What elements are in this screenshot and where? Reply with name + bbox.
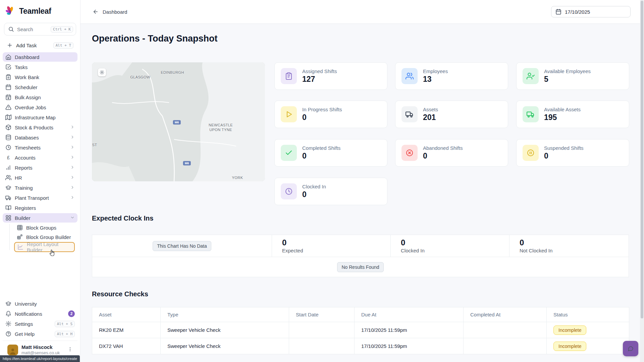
chevron-down-icon xyxy=(70,215,75,221)
stat-label: In Progress Shifts xyxy=(302,106,342,113)
sidebar-item-hr[interactable]: HR xyxy=(3,173,77,182)
back-button[interactable] xyxy=(93,9,99,15)
stat-value: 0 xyxy=(302,152,340,161)
sidebar-item-label: Registers xyxy=(15,205,36,211)
scrollbar-thumb[interactable] xyxy=(641,1,643,318)
sidebar-item-builder[interactable]: Builder xyxy=(3,213,77,223)
breadcrumb[interactable]: Dashboard xyxy=(103,9,127,15)
teamleaf-logo-icon xyxy=(5,5,16,17)
sidebar-item-dashboard[interactable]: Dashboard xyxy=(3,52,77,62)
column-header[interactable]: Type xyxy=(161,307,289,322)
stat-label: Abandoned Shifts xyxy=(423,145,463,152)
column-header[interactable]: Start Date xyxy=(289,307,355,322)
date-picker[interactable]: 17/10/2025 xyxy=(551,6,631,17)
sidebar-item-training[interactable]: Training xyxy=(3,183,77,192)
stat-label: Clocked In xyxy=(401,248,509,253)
sidebar-item-label: Overdue Jobs xyxy=(15,105,46,110)
map-label: GLASGOW xyxy=(130,75,150,80)
stat-label: Expected xyxy=(282,248,390,253)
sidebar-item-stock-products[interactable]: Stock & Products xyxy=(3,123,77,132)
sidebar-item-label: Settings xyxy=(15,321,33,327)
sidebar-item-bulk-assign[interactable]: Bulk Assign xyxy=(3,93,77,102)
pause-circle-icon xyxy=(523,145,539,161)
table-row[interactable]: RK20 EZM Sweeper Vehicle Check 17/10/202… xyxy=(92,322,629,338)
chevron-right-icon xyxy=(70,165,75,171)
map-settings-button[interactable] xyxy=(98,68,106,76)
sidebar-item-university[interactable]: University xyxy=(3,299,77,308)
map-label: NEWCASTLE UPON TYNE xyxy=(209,123,233,132)
arrow-left-icon xyxy=(93,9,99,15)
section-title-expected-clock-ins: Expected Clock Ins xyxy=(92,215,153,222)
cell-completed-at xyxy=(464,322,547,338)
person-icon xyxy=(9,347,17,355)
gear-icon xyxy=(99,69,105,75)
column-header[interactable]: Completed At xyxy=(464,307,547,322)
sidebar-item-notifications[interactable]: Notifications 2 xyxy=(3,309,77,318)
sidebar-item-label: Training xyxy=(15,185,33,191)
expected-clock-ins-panel: This Chart Has No Data 0 Expected 0 Cloc… xyxy=(92,235,629,277)
map-widget[interactable]: GLASGOW EDINBURGH NEWCASTLE UPON TYNE YO… xyxy=(92,62,265,181)
bell-icon xyxy=(5,311,11,317)
sidebar-item-report-layout-builder[interactable]: Report Layout Builder xyxy=(14,242,75,252)
clock-ins-stat-clocked-in: 0 Clocked In xyxy=(390,235,509,257)
sidebar-item-label: University xyxy=(15,301,37,307)
sidebar-item-label: Dashboard xyxy=(15,54,39,60)
avatar xyxy=(7,345,18,355)
cell-start-date xyxy=(289,322,355,338)
date-value: 17/10/2025 xyxy=(565,9,590,15)
stat-label: Clocked In xyxy=(302,183,326,190)
topbar: Dashboard 17/10/2025 xyxy=(80,0,644,24)
calendar-icon xyxy=(555,9,561,15)
sidebar-item-settings[interactable]: Settings Alt + S xyxy=(3,319,77,328)
sidebar-item-get-help[interactable]: Get Help Alt + H xyxy=(3,329,77,339)
database-icon xyxy=(5,134,11,140)
sidebar-item-overdue-jobs[interactable]: Overdue Jobs xyxy=(3,103,77,112)
user-name: Matt Hiscock xyxy=(21,344,60,350)
check-square-icon xyxy=(5,64,11,70)
sidebar-item-timesheets[interactable]: Timesheets xyxy=(3,143,77,152)
sidebar-item-scheduler[interactable]: Scheduler xyxy=(3,82,77,92)
sidebar-item-block-group-builder[interactable]: Block Group Builder xyxy=(14,233,75,241)
stat-card-completed-shifts: Completed Shifts 0 xyxy=(274,139,387,167)
user-menu-dots-icon[interactable] xyxy=(67,347,73,353)
chevron-right-icon xyxy=(70,145,75,150)
sidebar-item-tasks[interactable]: Tasks xyxy=(3,62,77,72)
sidebar-item-databases[interactable]: Databases xyxy=(3,133,77,142)
no-results-badge: No Results Found xyxy=(337,262,383,272)
search-input[interactable]: Search Ctrl + K xyxy=(4,23,76,36)
sidebar-item-infrastructure-map[interactable]: Infrastructure Map xyxy=(3,113,77,122)
calendar-icon xyxy=(5,84,11,90)
sidebar-item-plant-transport[interactable]: Plant Transport xyxy=(3,193,77,202)
clipboard-icon xyxy=(281,68,297,84)
stat-label: Available Assets xyxy=(544,106,581,113)
sidebar-item-block-groups[interactable]: Block Groups xyxy=(14,223,75,232)
column-header[interactable]: Asset xyxy=(92,307,161,322)
motorway-badge: M6 xyxy=(173,120,181,125)
map-label: EDINBURGH xyxy=(161,70,184,75)
sidebar-item-accounts[interactable]: £ Accounts xyxy=(3,153,77,162)
stat-value: 195 xyxy=(544,113,581,122)
page-title: Operations - Today Snapshot xyxy=(92,34,218,44)
sidebar-item-label: Bulk Assign xyxy=(15,95,41,100)
cell-completed-at xyxy=(464,338,547,354)
motorway-badge: M6 xyxy=(183,161,191,166)
app-logo[interactable]: Teamleaf xyxy=(0,0,80,20)
column-header[interactable]: Status xyxy=(547,307,629,322)
line-chart-icon xyxy=(17,244,23,250)
table-row[interactable]: DX72 VAH Sweeper Vehicle Check 17/10/202… xyxy=(92,338,629,354)
chevron-right-icon xyxy=(70,175,75,181)
sidebar-item-reports[interactable]: Reports xyxy=(3,163,77,172)
alert-triangle-icon xyxy=(5,104,11,110)
stat-value: 127 xyxy=(302,75,337,84)
page-scrollbar[interactable] xyxy=(640,0,644,362)
stat-value: 5 xyxy=(544,75,591,84)
search-shortcut: Ctrl + K xyxy=(51,26,73,33)
sidebar-item-registers[interactable]: Registers xyxy=(3,203,77,213)
x-circle-icon xyxy=(401,145,418,161)
chat-button[interactable] xyxy=(623,341,638,356)
column-header[interactable]: Due At xyxy=(355,307,464,322)
sidebar-item-work-bank[interactable]: Work Bank xyxy=(3,72,77,82)
grid-icon xyxy=(17,225,23,231)
add-task-button[interactable]: Add Task Alt + T xyxy=(4,40,76,50)
check-icon xyxy=(281,145,297,161)
